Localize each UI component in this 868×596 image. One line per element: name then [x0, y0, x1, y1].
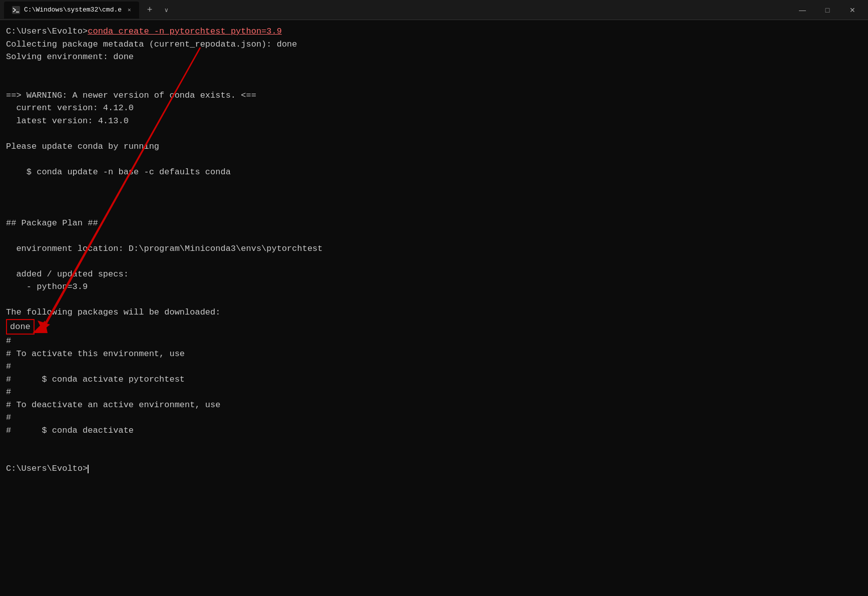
tab-label: C:\Windows\system32\cmd.e — [24, 6, 122, 14]
cmd-icon — [12, 6, 20, 14]
terminal-line-11: added / updated specs: — [6, 268, 862, 281]
terminal-line-empty-12 — [6, 450, 862, 463]
prompt-1: C:\Users\Evolto> — [6, 27, 88, 36]
cursor — [88, 465, 89, 473]
tab-cmd[interactable]: C:\Windows\system32\cmd.e ✕ — [4, 2, 139, 19]
command-1: conda create -n pytorchtest python=3.9 — [88, 27, 282, 36]
terminal-line-1: C:\Users\Evolto>conda create -n pytorcht… — [6, 25, 862, 38]
terminal-line-empty-4 — [6, 153, 862, 166]
new-tab-button[interactable]: + — [143, 5, 157, 15]
terminal-line-empty-6 — [6, 191, 862, 204]
terminal-line-2: Collecting package metadata (current_rep… — [6, 38, 862, 51]
terminal-line-empty-8 — [6, 229, 862, 242]
dropdown-button[interactable]: ∨ — [160, 7, 173, 14]
terminal-line-4: ==> WARNING: A newer version of conda ex… — [6, 89, 862, 102]
terminal-line-16: # — [6, 360, 862, 373]
terminal-line-8: $ conda update -n base -c defaults conda — [6, 166, 862, 179]
terminal-line-done: done — [6, 319, 862, 335]
terminal-line-5: current version: 4.12.0 — [6, 102, 862, 115]
terminal-window: C:\Windows\system32\cmd.e ✕ + ∨ — □ ✕ C:… — [0, 0, 868, 596]
terminal-line-empty-11 — [6, 437, 862, 450]
titlebar-left: C:\Windows\system32\cmd.e ✕ + ∨ — [4, 2, 791, 19]
terminal-line-10: environment location: D:\program\Minicon… — [6, 242, 862, 255]
terminal-line-7: Please update conda by running — [6, 140, 862, 153]
window-controls: — □ ✕ — [791, 2, 864, 18]
terminal-line-18: # — [6, 386, 862, 399]
terminal-line-14: # — [6, 335, 862, 348]
terminal-line-19: # To deactivate an active environment, u… — [6, 399, 862, 412]
tab-close-btn[interactable]: ✕ — [128, 7, 131, 13]
close-button[interactable]: ✕ — [841, 2, 864, 18]
terminal-line-empty-10 — [6, 293, 862, 307]
done-badge: done — [6, 319, 35, 335]
terminal-line-3: Solving environment: done — [6, 51, 862, 64]
titlebar: C:\Windows\system32\cmd.e ✕ + ∨ — □ ✕ — [0, 0, 868, 20]
terminal-line-6: latest version: 4.13.0 — [6, 115, 862, 128]
terminal-line-empty-3 — [6, 127, 862, 140]
terminal-body[interactable]: C:\Users\Evolto>conda create -n pytorcht… — [0, 20, 868, 596]
terminal-line-empty-5 — [6, 178, 862, 191]
terminal-line-20: # — [6, 411, 862, 424]
terminal-line-12: - python=3.9 — [6, 280, 862, 293]
terminal-line-empty-9 — [6, 255, 862, 268]
terminal-line-22: C:\Users\Evolto> — [6, 462, 862, 475]
terminal-line-empty-1 — [6, 64, 862, 77]
minimize-button[interactable]: — — [791, 2, 814, 18]
terminal-line-9: ## Package Plan ## — [6, 217, 862, 230]
terminal-line-empty-7 — [6, 204, 862, 217]
terminal-line-13: The following packages will be downloade… — [6, 306, 862, 319]
prompt-2: C:\Users\Evolto> — [6, 464, 88, 473]
maximize-button[interactable]: □ — [816, 2, 839, 18]
terminal-line-15: # To activate this environment, use — [6, 348, 862, 361]
terminal-line-21: # $ conda deactivate — [6, 424, 862, 437]
terminal-line-empty-2 — [6, 76, 862, 89]
terminal-line-17: # $ conda activate pytorchtest — [6, 373, 862, 386]
